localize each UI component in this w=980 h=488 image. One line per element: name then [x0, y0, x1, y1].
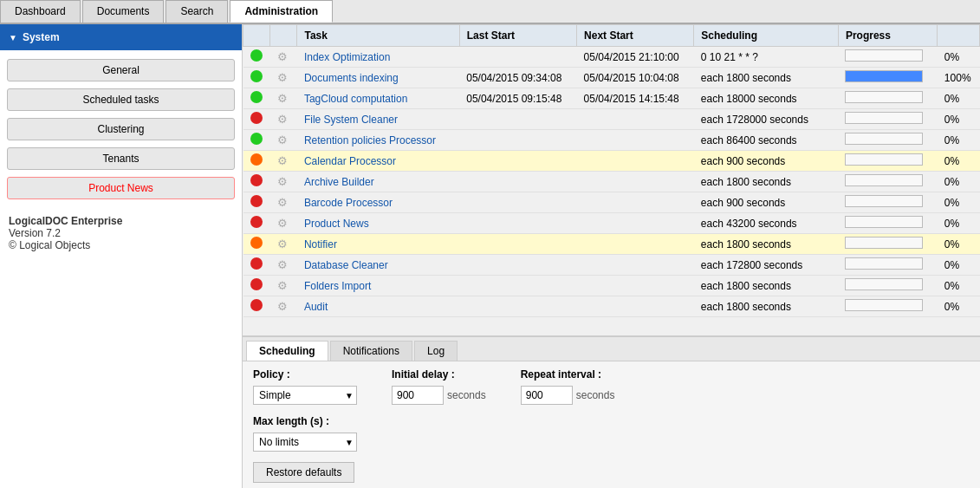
initial-delay-input[interactable]: [392, 386, 444, 405]
task-name-cell[interactable]: Product News: [297, 213, 459, 234]
gear-icon[interactable]: ⚙: [277, 175, 289, 187]
gear-cell[interactable]: ⚙: [270, 109, 297, 130]
gear-icon[interactable]: ⚙: [277, 154, 289, 166]
sidebar-btn-scheduled-tasks[interactable]: Scheduled tasks: [7, 88, 235, 111]
task-link[interactable]: Product News: [304, 218, 369, 230]
status-dot-orange[interactable]: [250, 237, 263, 249]
maxlength-select[interactable]: No limits36007200: [253, 433, 357, 452]
status-cell[interactable]: [243, 255, 270, 276]
task-link[interactable]: Audit: [304, 301, 328, 313]
gear-cell[interactable]: ⚙: [270, 234, 297, 255]
gear-icon[interactable]: ⚙: [277, 133, 289, 146]
top-tab-documents[interactable]: Documents: [82, 0, 165, 23]
bottom-tab-notifications[interactable]: Notifications: [330, 341, 412, 361]
policy-select[interactable]: SimpleCron: [253, 386, 357, 405]
gear-cell[interactable]: ⚙: [270, 68, 297, 88]
system-header[interactable]: ▼ System: [0, 24, 242, 50]
task-link[interactable]: Archive Builder: [304, 176, 374, 188]
bottom-tab-scheduling[interactable]: Scheduling: [246, 341, 328, 361]
maxlength-select-wrapper[interactable]: No limits36007200 ▼: [253, 433, 357, 452]
top-tab-dashboard[interactable]: Dashboard: [0, 0, 81, 23]
repeat-interval-input[interactable]: [521, 386, 573, 405]
task-name-cell[interactable]: Database Cleaner: [297, 255, 459, 276]
status-dot-red[interactable]: [250, 278, 263, 290]
task-name-cell[interactable]: Notifier: [297, 234, 459, 255]
gear-icon[interactable]: ⚙: [277, 50, 289, 62]
task-name-cell[interactable]: TagCloud computation: [297, 88, 459, 109]
task-name-cell[interactable]: Retention policies Processor: [297, 130, 459, 151]
status-cell[interactable]: [243, 109, 270, 130]
status-dot-red[interactable]: [250, 216, 263, 228]
sidebar-btn-clustering[interactable]: Clustering: [7, 118, 235, 140]
gear-cell[interactable]: ⚙: [270, 130, 297, 151]
task-link[interactable]: Documents indexing: [304, 72, 399, 84]
gear-icon[interactable]: ⚙: [277, 113, 289, 125]
gear-cell[interactable]: ⚙: [270, 192, 297, 213]
task-link[interactable]: Calendar Processor: [304, 155, 396, 167]
task-link[interactable]: Retention policies Processor: [304, 134, 436, 146]
gear-icon[interactable]: ⚙: [277, 258, 289, 270]
status-cell[interactable]: [243, 296, 270, 317]
task-name-cell[interactable]: Archive Builder: [297, 172, 459, 192]
task-link[interactable]: Notifier: [304, 238, 337, 251]
status-dot-orange[interactable]: [250, 153, 263, 166]
gear-cell[interactable]: ⚙: [270, 47, 297, 68]
gear-cell[interactable]: ⚙: [270, 213, 297, 234]
task-link[interactable]: Barcode Processor: [304, 197, 393, 209]
sidebar-btn-tenants[interactable]: Tenants: [7, 147, 235, 170]
gear-cell[interactable]: ⚙: [270, 255, 297, 276]
status-dot-green[interactable]: [250, 70, 263, 82]
gear-icon[interactable]: ⚙: [277, 279, 289, 291]
task-link[interactable]: File System Cleaner: [304, 114, 398, 126]
gear-icon[interactable]: ⚙: [277, 92, 289, 104]
bottom-tab-log[interactable]: Log: [414, 341, 458, 361]
task-name-cell[interactable]: Audit: [297, 296, 459, 317]
task-name-cell[interactable]: File System Cleaner: [297, 109, 459, 130]
task-link[interactable]: Index Optimization: [304, 51, 390, 63]
gear-icon[interactable]: ⚙: [277, 300, 289, 312]
top-tab-search[interactable]: Search: [165, 0, 228, 23]
gear-icon[interactable]: ⚙: [277, 71, 289, 83]
last-start-cell: [459, 192, 576, 213]
status-dot-red[interactable]: [250, 174, 263, 186]
status-cell[interactable]: [243, 276, 270, 296]
status-cell[interactable]: [243, 172, 270, 192]
gear-cell[interactable]: ⚙: [270, 88, 297, 109]
task-name-cell[interactable]: Documents indexing: [297, 68, 459, 88]
status-dot-green[interactable]: [250, 91, 263, 103]
gear-cell[interactable]: ⚙: [270, 151, 297, 172]
status-cell[interactable]: [243, 192, 270, 213]
task-name-cell[interactable]: Folders Import: [297, 276, 459, 296]
status-cell[interactable]: [243, 130, 270, 151]
status-dot-red[interactable]: [250, 112, 263, 124]
status-dot-red[interactable]: [250, 195, 263, 207]
task-link[interactable]: Database Cleaner: [304, 259, 388, 271]
gear-cell[interactable]: ⚙: [270, 172, 297, 192]
status-dot-red[interactable]: [250, 299, 263, 311]
task-link[interactable]: Folders Import: [304, 280, 371, 292]
status-dot-green[interactable]: [250, 49, 263, 62]
gear-icon[interactable]: ⚙: [277, 196, 289, 208]
status-cell[interactable]: [243, 213, 270, 234]
sidebar-btn-product-news[interactable]: Product News: [7, 177, 235, 199]
task-name-cell[interactable]: Barcode Processor: [297, 192, 459, 213]
gear-cell[interactable]: ⚙: [270, 296, 297, 317]
status-cell[interactable]: [243, 68, 270, 88]
task-name-cell[interactable]: Index Optimization: [297, 47, 459, 68]
status-cell[interactable]: [243, 88, 270, 109]
gear-cell[interactable]: ⚙: [270, 276, 297, 296]
task-name-cell[interactable]: Calendar Processor: [297, 151, 459, 172]
policy-select-wrapper[interactable]: SimpleCron ▼: [253, 386, 357, 405]
status-cell[interactable]: [243, 234, 270, 255]
sidebar-btn-general[interactable]: General: [7, 59, 235, 81]
status-dot-green[interactable]: [250, 133, 263, 145]
gear-icon[interactable]: ⚙: [277, 217, 289, 229]
task-link[interactable]: TagCloud computation: [304, 93, 407, 105]
restore-defaults-button[interactable]: Restore defaults: [253, 462, 354, 483]
status-cell[interactable]: [243, 47, 270, 68]
gear-icon[interactable]: ⚙: [277, 237, 289, 250]
status-dot-red[interactable]: [250, 257, 263, 270]
top-tab-administration[interactable]: Administration: [230, 0, 333, 23]
initial-delay-unit: seconds: [447, 389, 486, 401]
status-cell[interactable]: [243, 151, 270, 172]
